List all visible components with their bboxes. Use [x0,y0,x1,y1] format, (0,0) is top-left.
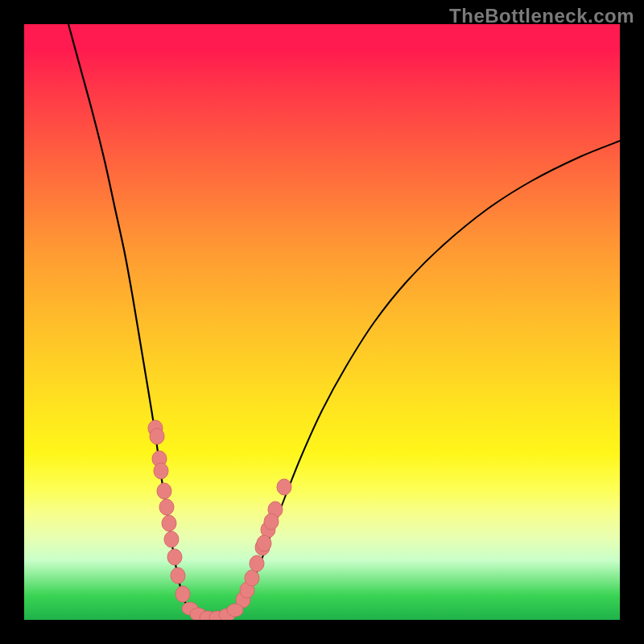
curve-segment [240,141,620,606]
data-marker [250,555,264,572]
chart-frame: TheBottleneck.com [0,0,644,644]
chart-plot-area [24,24,620,620]
data-marker [157,483,171,499]
data-marker [175,586,190,602]
data-marker [150,428,164,444]
marker-layer [148,420,291,620]
data-marker [227,604,243,617]
curve-layer [68,24,620,617]
data-marker [159,499,174,515]
data-marker [257,535,271,551]
data-marker [245,570,259,586]
data-marker [277,479,291,495]
data-marker [264,514,279,530]
watermark-text: TheBottleneck.com [449,5,634,27]
data-marker [164,531,179,547]
data-marker [167,549,182,565]
data-marker [171,568,185,584]
data-marker [154,463,168,479]
data-marker [162,515,176,531]
chart-svg [24,24,620,620]
